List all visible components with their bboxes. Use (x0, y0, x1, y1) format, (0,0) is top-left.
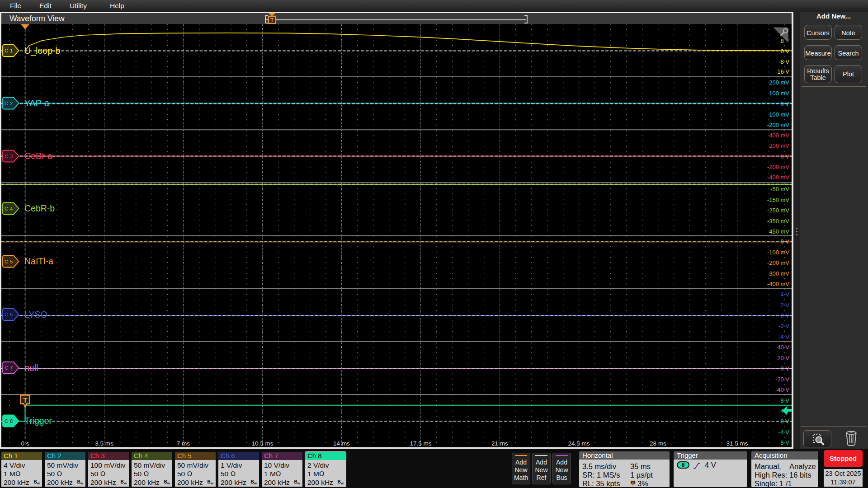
svg-text:8 V: 8 V (780, 397, 789, 404)
svg-text:0 V: 0 V (780, 48, 789, 55)
svg-text:CeBr-a: CeBr-a (24, 151, 52, 161)
svg-text:14 ms: 14 ms (333, 440, 350, 447)
svg-text:-40 V: -40 V (775, 386, 789, 393)
svg-text:CebR-b: CebR-b (24, 203, 55, 213)
svg-text:-200 mV: -200 mV (767, 259, 789, 266)
svg-text:-100 mV: -100 mV (767, 249, 789, 256)
svg-text:200 mV: 200 mV (769, 79, 789, 86)
svg-text:-300 mV: -300 mV (767, 270, 789, 277)
svg-text:-50 mV: -50 mV (770, 186, 789, 192)
svg-text:T: T (23, 396, 28, 404)
svg-text:-4 V: -4 V (778, 333, 789, 340)
svg-text:C 7: C 7 (5, 365, 13, 371)
svg-text:31.5 ms: 31.5 ms (726, 440, 748, 447)
svg-text:C 4: C 4 (5, 206, 13, 211)
svg-text:C 5: C 5 (5, 259, 13, 264)
svg-text:24.5 ms: 24.5 ms (568, 440, 590, 447)
svg-text:17.5 ms: 17.5 ms (410, 440, 431, 447)
svg-text:-250 mV: -250 mV (767, 207, 789, 214)
svg-text:YAP-a: YAP-a (24, 98, 49, 108)
svg-text:100 mV: 100 mV (769, 90, 789, 97)
svg-text:C 6: C 6 (5, 312, 13, 317)
svg-text:-16 V: -16 V (775, 68, 789, 75)
svg-text:C 2: C 2 (5, 101, 13, 106)
svg-text:2 V: 2 V (780, 302, 789, 309)
svg-text:40 V: 40 V (777, 344, 789, 351)
svg-text:Trigger: Trigger (24, 416, 52, 426)
svg-text:21 ms: 21 ms (491, 440, 508, 447)
svg-text:T: T (270, 17, 274, 23)
svg-text:-2 V: -2 V (778, 323, 789, 329)
svg-text:C 1: C 1 (5, 48, 13, 53)
svg-text:4 V: 4 V (780, 291, 789, 298)
svg-text:7 ms: 7 ms (177, 440, 190, 447)
svg-text:null: null (24, 363, 38, 373)
svg-text:3.5 ms: 3.5 ms (95, 440, 113, 447)
svg-text:C 3: C 3 (5, 154, 13, 159)
svg-text:-400 mV: -400 mV (767, 281, 789, 287)
svg-text:400 mV: 400 mV (769, 132, 789, 139)
svg-text:10.5 ms: 10.5 ms (251, 440, 273, 447)
svg-text:LYSO: LYSO (24, 310, 47, 319)
svg-text:U_loop-b: U_loop-b (24, 46, 60, 56)
svg-text:C 8: C 8 (5, 418, 13, 424)
svg-text:-150 mV: -150 mV (767, 197, 789, 203)
svg-text:-20 V: -20 V (775, 376, 789, 383)
svg-text:20 V: 20 V (777, 355, 789, 361)
svg-text:200 mV: 200 mV (769, 142, 789, 149)
svg-text:-400 mV: -400 mV (767, 174, 789, 181)
svg-text:-200 mV: -200 mV (767, 164, 789, 170)
svg-text:-350 mV: -350 mV (767, 218, 789, 225)
svg-text:-8 V: -8 V (778, 439, 789, 446)
svg-text:-200 mV: -200 mV (767, 122, 789, 128)
svg-text:-8 V: -8 V (778, 58, 789, 65)
svg-text:NaITl-a: NaITl-a (24, 256, 53, 266)
svg-text:-450 mV: -450 mV (767, 228, 789, 235)
svg-text:T: T (632, 480, 634, 484)
svg-text:28 ms: 28 ms (650, 440, 666, 447)
svg-text:-4 V: -4 V (778, 429, 789, 436)
svg-text:-100 mV: -100 mV (767, 111, 789, 118)
svg-text:0 s: 0 s (21, 440, 29, 447)
